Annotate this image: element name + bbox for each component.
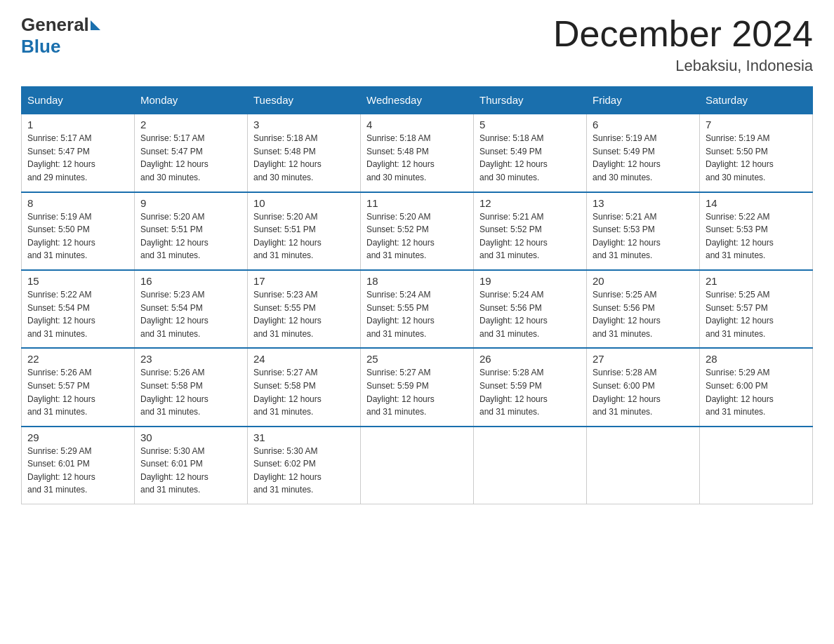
day-number: 13 (593, 197, 694, 209)
table-row: 16 Sunrise: 5:23 AMSunset: 5:54 PMDaylig… (135, 270, 248, 348)
table-row: 19 Sunrise: 5:24 AMSunset: 5:56 PMDaylig… (474, 270, 587, 348)
day-number: 17 (253, 275, 355, 287)
day-info: Sunrise: 5:20 AMSunset: 5:52 PMDaylight:… (366, 212, 435, 261)
day-number: 18 (366, 275, 468, 287)
header-tuesday: Tuesday (248, 87, 361, 114)
day-number: 8 (27, 197, 128, 209)
day-number: 27 (593, 353, 694, 365)
day-number: 2 (140, 119, 241, 130)
table-row: 20 Sunrise: 5:25 AMSunset: 5:56 PMDaylig… (587, 270, 700, 348)
table-row: 23 Sunrise: 5:26 AMSunset: 5:58 PMDaylig… (135, 348, 248, 426)
day-number: 11 (366, 197, 468, 209)
table-row: 4 Sunrise: 5:18 AMSunset: 5:48 PMDayligh… (361, 114, 474, 192)
day-info: Sunrise: 5:20 AMSunset: 5:51 PMDaylight:… (140, 212, 208, 261)
table-row: 2 Sunrise: 5:17 AMSunset: 5:47 PMDayligh… (135, 114, 248, 192)
day-number: 12 (479, 197, 581, 209)
day-info: Sunrise: 5:21 AMSunset: 5:53 PMDaylight:… (593, 212, 661, 261)
day-info: Sunrise: 5:19 AMSunset: 5:50 PMDaylight:… (27, 212, 95, 261)
table-row: 12 Sunrise: 5:21 AMSunset: 5:52 PMDaylig… (474, 192, 587, 270)
day-number: 25 (366, 353, 468, 365)
logo: General Blue (21, 14, 102, 58)
day-info: Sunrise: 5:23 AMSunset: 5:55 PMDaylight:… (253, 290, 322, 339)
table-row: 18 Sunrise: 5:24 AMSunset: 5:55 PMDaylig… (361, 270, 474, 348)
table-row: 27 Sunrise: 5:28 AMSunset: 6:00 PMDaylig… (587, 348, 700, 426)
day-info: Sunrise: 5:27 AMSunset: 5:58 PMDaylight:… (253, 368, 322, 417)
day-info: Sunrise: 5:18 AMSunset: 5:49 PMDaylight:… (479, 133, 548, 182)
day-info: Sunrise: 5:30 AMSunset: 6:01 PMDaylight:… (140, 446, 208, 495)
week-row-5: 29 Sunrise: 5:29 AMSunset: 6:01 PMDaylig… (22, 427, 813, 504)
day-number: 26 (479, 353, 581, 365)
day-info: Sunrise: 5:30 AMSunset: 6:02 PMDaylight:… (253, 446, 322, 495)
table-row (587, 427, 700, 504)
day-number: 9 (140, 197, 241, 209)
week-row-2: 8 Sunrise: 5:19 AMSunset: 5:50 PMDayligh… (22, 192, 813, 270)
day-info: Sunrise: 5:19 AMSunset: 5:50 PMDaylight:… (706, 133, 774, 182)
day-info: Sunrise: 5:22 AMSunset: 5:53 PMDaylight:… (706, 212, 774, 261)
table-row: 8 Sunrise: 5:19 AMSunset: 5:50 PMDayligh… (22, 192, 135, 270)
day-info: Sunrise: 5:17 AMSunset: 5:47 PMDaylight:… (140, 133, 208, 182)
logo-arrow-icon (91, 20, 100, 30)
day-info: Sunrise: 5:17 AMSunset: 5:47 PMDaylight:… (27, 133, 95, 182)
day-number: 30 (140, 431, 241, 443)
day-number: 10 (253, 197, 355, 209)
weekday-header-row: Sunday Monday Tuesday Wednesday Thursday… (22, 87, 813, 114)
day-number: 22 (27, 353, 128, 365)
day-info: Sunrise: 5:25 AMSunset: 5:57 PMDaylight:… (706, 290, 774, 339)
table-row: 26 Sunrise: 5:28 AMSunset: 5:59 PMDaylig… (474, 348, 587, 426)
week-row-3: 15 Sunrise: 5:22 AMSunset: 5:54 PMDaylig… (22, 270, 813, 348)
day-info: Sunrise: 5:18 AMSunset: 5:48 PMDaylight:… (253, 133, 322, 182)
day-number: 7 (706, 119, 807, 130)
table-row: 17 Sunrise: 5:23 AMSunset: 5:55 PMDaylig… (248, 270, 361, 348)
header-thursday: Thursday (474, 87, 587, 114)
day-info: Sunrise: 5:22 AMSunset: 5:54 PMDaylight:… (27, 290, 95, 339)
day-number: 5 (479, 119, 581, 130)
day-number: 24 (253, 353, 355, 365)
table-row: 30 Sunrise: 5:30 AMSunset: 6:01 PMDaylig… (135, 427, 248, 504)
day-info: Sunrise: 5:21 AMSunset: 5:52 PMDaylight:… (479, 212, 548, 261)
table-row: 29 Sunrise: 5:29 AMSunset: 6:01 PMDaylig… (22, 427, 135, 504)
table-row: 21 Sunrise: 5:25 AMSunset: 5:57 PMDaylig… (700, 270, 813, 348)
day-number: 29 (27, 431, 128, 443)
header-friday: Friday (587, 87, 700, 114)
table-row (700, 427, 813, 504)
table-row: 13 Sunrise: 5:21 AMSunset: 5:53 PMDaylig… (587, 192, 700, 270)
day-number: 28 (706, 353, 807, 365)
table-row: 22 Sunrise: 5:26 AMSunset: 5:57 PMDaylig… (22, 348, 135, 426)
day-info: Sunrise: 5:23 AMSunset: 5:54 PMDaylight:… (140, 290, 208, 339)
table-row: 9 Sunrise: 5:20 AMSunset: 5:51 PMDayligh… (135, 192, 248, 270)
day-info: Sunrise: 5:24 AMSunset: 5:55 PMDaylight:… (366, 290, 435, 339)
table-row: 3 Sunrise: 5:18 AMSunset: 5:48 PMDayligh… (248, 114, 361, 192)
table-row: 14 Sunrise: 5:22 AMSunset: 5:53 PMDaylig… (700, 192, 813, 270)
table-row: 5 Sunrise: 5:18 AMSunset: 5:49 PMDayligh… (474, 114, 587, 192)
day-number: 15 (27, 275, 128, 287)
day-info: Sunrise: 5:26 AMSunset: 5:57 PMDaylight:… (27, 368, 95, 417)
week-row-1: 1 Sunrise: 5:17 AMSunset: 5:47 PMDayligh… (22, 114, 813, 192)
day-number: 4 (366, 119, 468, 130)
logo-blue-text: Blue (21, 36, 60, 58)
day-info: Sunrise: 5:18 AMSunset: 5:48 PMDaylight:… (366, 133, 435, 182)
table-row: 1 Sunrise: 5:17 AMSunset: 5:47 PMDayligh… (22, 114, 135, 192)
week-row-4: 22 Sunrise: 5:26 AMSunset: 5:57 PMDaylig… (22, 348, 813, 426)
header-saturday: Saturday (700, 87, 813, 114)
day-info: Sunrise: 5:19 AMSunset: 5:49 PMDaylight:… (593, 133, 661, 182)
header-wednesday: Wednesday (361, 87, 474, 114)
day-info: Sunrise: 5:24 AMSunset: 5:56 PMDaylight:… (479, 290, 548, 339)
day-info: Sunrise: 5:27 AMSunset: 5:59 PMDaylight:… (366, 368, 435, 417)
table-row: 11 Sunrise: 5:20 AMSunset: 5:52 PMDaylig… (361, 192, 474, 270)
day-number: 1 (27, 119, 128, 130)
day-number: 6 (593, 119, 694, 130)
day-info: Sunrise: 5:20 AMSunset: 5:51 PMDaylight:… (253, 212, 322, 261)
table-row: 28 Sunrise: 5:29 AMSunset: 6:00 PMDaylig… (700, 348, 813, 426)
day-info: Sunrise: 5:25 AMSunset: 5:56 PMDaylight:… (593, 290, 661, 339)
calendar-table: Sunday Monday Tuesday Wednesday Thursday… (21, 86, 813, 504)
title-section: December 2024 Lebaksiu, Indonesia (553, 14, 813, 75)
table-row: 10 Sunrise: 5:20 AMSunset: 5:51 PMDaylig… (248, 192, 361, 270)
table-row: 25 Sunrise: 5:27 AMSunset: 5:59 PMDaylig… (361, 348, 474, 426)
table-row: 7 Sunrise: 5:19 AMSunset: 5:50 PMDayligh… (700, 114, 813, 192)
day-number: 31 (253, 431, 355, 443)
day-info: Sunrise: 5:26 AMSunset: 5:58 PMDaylight:… (140, 368, 208, 417)
table-row: 15 Sunrise: 5:22 AMSunset: 5:54 PMDaylig… (22, 270, 135, 348)
table-row (474, 427, 587, 504)
day-number: 20 (593, 275, 694, 287)
day-info: Sunrise: 5:28 AMSunset: 6:00 PMDaylight:… (593, 368, 661, 417)
